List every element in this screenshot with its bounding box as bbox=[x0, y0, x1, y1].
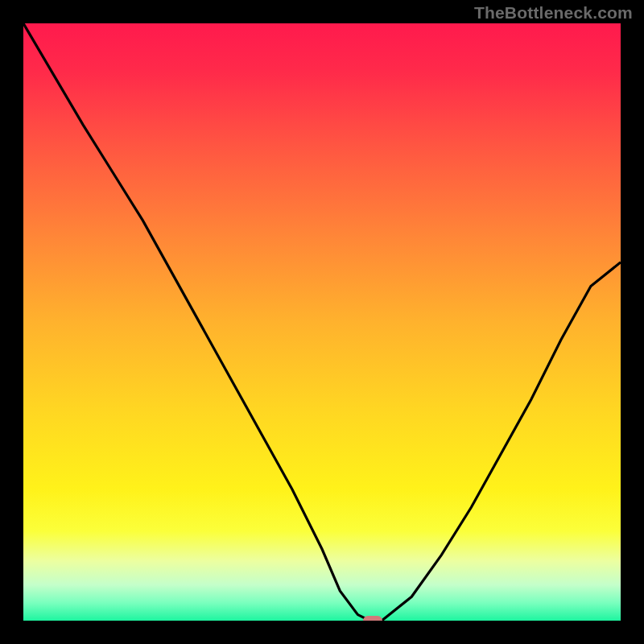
optimum-marker bbox=[363, 616, 382, 621]
attribution-text: TheBottleneck.com bbox=[474, 3, 633, 23]
plot-area bbox=[23, 23, 621, 621]
bottleneck-curve bbox=[23, 23, 621, 621]
chart-container: TheBottleneck.com bbox=[0, 0, 644, 644]
